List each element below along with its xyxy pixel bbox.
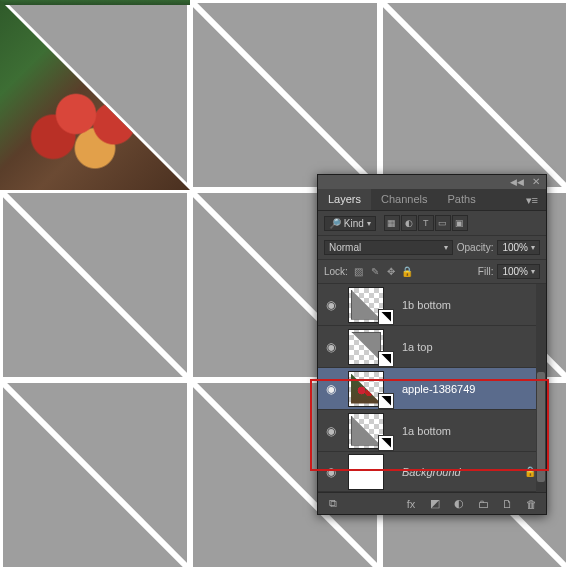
layer-row[interactable]: ◉ 1b bottom	[318, 284, 546, 326]
layer-row-selected[interactable]: ◉ apple-1386749	[318, 368, 546, 410]
visibility-toggle[interactable]: ◉	[322, 298, 340, 312]
layer-name[interactable]: Background	[402, 466, 461, 478]
mask-thumbnail[interactable]	[378, 351, 394, 367]
close-icon[interactable]: ✕	[532, 176, 540, 187]
fill-field[interactable]: 100%▾	[497, 264, 540, 279]
layer-name[interactable]: 1a bottom	[402, 425, 451, 437]
visibility-toggle[interactable]: ◉	[322, 465, 340, 479]
flyout-menu-icon[interactable]: ▾≡	[518, 189, 546, 210]
svg-line-14	[0, 380, 190, 570]
opacity-label: Opacity:	[457, 242, 494, 253]
layer-row[interactable]: ◉ 1a bottom	[318, 410, 546, 452]
filter-kind-dropdown[interactable]: 🔎 Kind▾	[324, 216, 376, 231]
blend-mode-value: Normal	[329, 242, 361, 253]
new-group-icon[interactable]: 🗀	[476, 497, 490, 511]
fill-value: 100%	[502, 266, 528, 277]
lock-position-icon[interactable]: ✥	[384, 265, 398, 279]
filter-adjustment-icon[interactable]: ◐	[401, 215, 417, 231]
filter-kind-label: Kind	[344, 218, 364, 229]
lock-all-icon[interactable]: 🔒	[400, 265, 414, 279]
mask-thumbnail[interactable]	[378, 309, 394, 325]
panel-tabs: Layers Channels Paths ▾≡	[318, 189, 546, 211]
tab-layers[interactable]: Layers	[318, 189, 371, 210]
fx-icon[interactable]: fx	[404, 497, 418, 511]
tab-channels[interactable]: Channels	[371, 189, 437, 210]
lock-transparency-icon[interactable]: ▨	[352, 265, 366, 279]
scrollbar-thumb[interactable]	[537, 372, 545, 482]
mask-thumbnail[interactable]	[378, 393, 394, 409]
link-layers-icon[interactable]: ⧉	[326, 497, 340, 511]
opacity-field[interactable]: 100%▾	[497, 240, 540, 255]
filter-smart-icon[interactable]: ▣	[452, 215, 468, 231]
svg-line-11	[0, 190, 190, 380]
layer-row-background[interactable]: ◉ Background 🔒	[318, 452, 546, 492]
fill-adjust-icon[interactable]: ◐	[452, 497, 466, 511]
delete-layer-icon[interactable]: 🗑	[524, 497, 538, 511]
filter-row: 🔎 Kind▾ ▦ ◐ T ▭ ▣	[318, 211, 546, 236]
filter-pixel-icon[interactable]: ▦	[384, 215, 400, 231]
photo-strip	[0, 0, 190, 5]
layers-panel: ◀◀ ✕ Layers Channels Paths ▾≡ 🔎 Kind▾ ▦ …	[317, 174, 547, 515]
add-mask-icon[interactable]: ◩	[428, 497, 442, 511]
lock-pixels-icon[interactable]: ✎	[368, 265, 382, 279]
filter-type-icon[interactable]: T	[418, 215, 434, 231]
scrollbar[interactable]	[536, 284, 546, 492]
layer-name[interactable]: apple-1386749	[402, 383, 475, 395]
panel-titlebar[interactable]: ◀◀ ✕	[318, 175, 546, 189]
lock-row: Lock: ▨ ✎ ✥ 🔒 Fill: 100%▾	[318, 260, 546, 284]
layers-list: ◉ 1b bottom ◉ 1a top ◉ apple-1386749 ◉ 1…	[318, 284, 546, 492]
lock-icon: 🔒	[524, 466, 536, 477]
visibility-toggle[interactable]: ◉	[322, 424, 340, 438]
layer-thumbnail[interactable]	[348, 454, 384, 490]
blend-mode-dropdown[interactable]: Normal ▾	[324, 240, 453, 255]
layer-name[interactable]: 1b bottom	[402, 299, 451, 311]
blend-row: Normal ▾ Opacity: 100%▾	[318, 236, 546, 260]
lock-label: Lock:	[324, 266, 348, 277]
layer-name[interactable]: 1a top	[402, 341, 433, 353]
layer-row[interactable]: ◉ 1a top	[318, 326, 546, 368]
visibility-toggle[interactable]: ◉	[322, 340, 340, 354]
panel-footer: ⧉ fx ◩ ◐ 🗀 🗋 🗑	[318, 492, 546, 514]
mask-thumbnail[interactable]	[378, 435, 394, 451]
filter-shape-icon[interactable]: ▭	[435, 215, 451, 231]
opacity-value: 100%	[502, 242, 528, 253]
new-layer-icon[interactable]: 🗋	[500, 497, 514, 511]
svg-line-10	[380, 0, 569, 190]
svg-line-9	[190, 0, 380, 190]
fill-label: Fill:	[478, 266, 494, 277]
tab-paths[interactable]: Paths	[438, 189, 486, 210]
collapse-icon[interactable]: ◀◀	[510, 177, 524, 187]
visibility-toggle[interactable]: ◉	[322, 382, 340, 396]
